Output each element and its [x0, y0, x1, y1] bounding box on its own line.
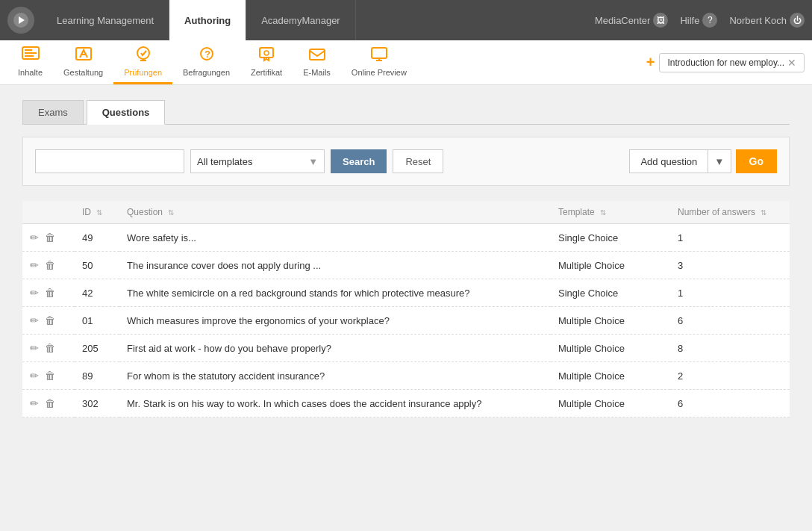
col-header-template[interactable]: Template ⇅ [551, 201, 670, 224]
add-question-button[interactable]: Add question [629, 149, 708, 173]
edit-icon[interactable]: ✏ [30, 314, 39, 326]
svg-rect-5 [25, 55, 34, 57]
col-header-answers[interactable]: Number of answers ⇅ [670, 201, 790, 224]
subtool-emails[interactable]: E-Mails [293, 40, 341, 84]
inhalte-icon [21, 46, 40, 66]
row-id: 50 [75, 252, 119, 279]
online-preview-label: Online Preview [352, 68, 407, 77]
search-button[interactable]: Search [331, 149, 387, 173]
add-question-arrow-icon: ▼ [714, 156, 724, 167]
svg-rect-3 [25, 49, 32, 51]
edit-icon[interactable]: ✏ [30, 287, 39, 299]
dropdown-arrow-icon: ▼ [308, 156, 318, 167]
answers-sort-icon: ⇅ [761, 208, 766, 217]
main-content: Exams Questions All templates ▼ Search R… [0, 85, 812, 531]
subtool-inhalte[interactable]: Inhalte [7, 40, 53, 84]
edit-icon[interactable]: ✏ [30, 259, 39, 271]
delete-icon[interactable]: 🗑 [45, 342, 55, 354]
subtool-befragungen[interactable]: ? Befragungen [172, 40, 240, 84]
row-actions: ✏ 🗑 [22, 335, 75, 362]
sub-toolbar: Inhalte Gestaltung Prüfungen ? Befragung… [0, 40, 812, 85]
zertifikat-icon [257, 46, 276, 66]
col-header-id[interactable]: ID ⇅ [75, 201, 119, 224]
row-template: Single Choice [551, 224, 670, 252]
befragungen-label: Befragungen [183, 68, 230, 77]
mediacenter-button[interactable]: MediaCenter 🖼 [595, 13, 668, 28]
table-header-row: ID ⇅ Question ⇅ Template ⇅ Number of ans… [22, 201, 790, 224]
gestaltung-icon [74, 46, 93, 66]
svg-rect-13 [310, 49, 325, 60]
row-answers: 1 [670, 224, 790, 252]
row-id: 01 [75, 307, 119, 335]
row-template: Multiple Choice [551, 390, 670, 417]
table-row: ✏ 🗑 50 The insurance cover does not appl… [22, 252, 790, 279]
svg-point-8 [137, 47, 149, 59]
top-nav-tabs: Learning Management Authoring AcademyMan… [42, 0, 595, 40]
svg-rect-11 [260, 48, 273, 58]
row-question: The white semicircle on a red background… [119, 279, 551, 307]
row-question: Which measures improve the ergonomics of… [119, 307, 551, 335]
reset-button[interactable]: Reset [393, 149, 443, 173]
hilfe-button[interactable]: Hilfe ? [680, 13, 717, 28]
row-id: 205 [75, 335, 119, 362]
row-template: Multiple Choice [551, 362, 670, 390]
row-question: Wore safety is... [119, 224, 551, 252]
tab-academy-manager[interactable]: AcademyManager [246, 0, 356, 40]
table-row: ✏ 🗑 42 The white semicircle on a red bac… [22, 279, 790, 307]
power-icon: ⏻ [790, 13, 805, 28]
breadcrumb-close-icon[interactable]: ✕ [787, 57, 796, 69]
gestaltung-label: Gestaltung [63, 68, 103, 77]
id-sort-icon: ⇅ [96, 208, 102, 217]
top-bar-right: MediaCenter 🖼 Hilfe ? Norbert Koch ⏻ [595, 13, 805, 28]
breadcrumb-area: + Introduction for new employ... ✕ [646, 53, 805, 72]
row-template: Multiple Choice [551, 335, 670, 362]
row-id: 49 [75, 224, 119, 252]
edit-icon[interactable]: ✏ [30, 397, 39, 409]
row-actions: ✏ 🗑 [22, 224, 75, 252]
subtool-online-preview[interactable]: Online Preview [341, 40, 417, 84]
row-answers: 6 [670, 307, 790, 335]
template-sort-icon: ⇅ [600, 208, 606, 217]
template-dropdown-label: All templates [197, 156, 252, 167]
search-input[interactable] [35, 149, 184, 173]
edit-icon[interactable]: ✏ [30, 342, 39, 354]
content-tabs: Exams Questions [22, 100, 790, 125]
edit-icon[interactable]: ✏ [30, 370, 39, 382]
subtool-pruefungen[interactable]: Prüfungen [113, 40, 172, 84]
help-icon: ? [702, 13, 717, 28]
row-id: 42 [75, 279, 119, 307]
add-question-dropdown-button[interactable]: ▼ [708, 149, 731, 173]
row-id: 89 [75, 362, 119, 390]
tab-authoring[interactable]: Authoring [169, 0, 246, 40]
delete-icon[interactable]: 🗑 [45, 370, 55, 382]
mediacenter-icon: 🖼 [653, 13, 668, 28]
user-label: Norbert Koch [729, 15, 787, 26]
user-button[interactable]: Norbert Koch ⏻ [729, 13, 805, 28]
tab-learning-management[interactable]: Learning Management [42, 0, 169, 40]
delete-icon[interactable]: 🗑 [45, 314, 55, 326]
tab-exams[interactable]: Exams [22, 100, 84, 124]
inhalte-label: Inhalte [18, 68, 43, 77]
col-header-actions [22, 201, 75, 224]
breadcrumb-tag: Introduction for new employ... ✕ [659, 53, 805, 72]
row-question: First aid at work - how do you behave pr… [119, 335, 551, 362]
table-row: ✏ 🗑 01 Which measures improve the ergono… [22, 307, 790, 335]
question-sort-icon: ⇅ [168, 208, 174, 217]
subtool-zertifikat[interactable]: Zertifikat [240, 40, 293, 84]
template-dropdown[interactable]: All templates ▼ [190, 149, 325, 173]
edit-icon[interactable]: ✏ [30, 232, 39, 243]
zertifikat-label: Zertifikat [251, 68, 282, 77]
tab-questions[interactable]: Questions [87, 100, 166, 125]
go-button[interactable]: Go [736, 149, 777, 173]
subtool-gestaltung[interactable]: Gestaltung [53, 40, 113, 84]
add-breadcrumb-button[interactable]: + [646, 54, 655, 71]
app-logo [7, 7, 34, 34]
emails-icon [307, 46, 327, 66]
row-actions: ✏ 🗑 [22, 279, 75, 307]
col-header-question[interactable]: Question ⇅ [119, 201, 551, 224]
delete-icon[interactable]: 🗑 [45, 287, 55, 299]
delete-icon[interactable]: 🗑 [45, 397, 55, 409]
pruefungen-label: Prüfungen [124, 68, 162, 77]
delete-icon[interactable]: 🗑 [45, 259, 55, 271]
delete-icon[interactable]: 🗑 [45, 232, 55, 243]
